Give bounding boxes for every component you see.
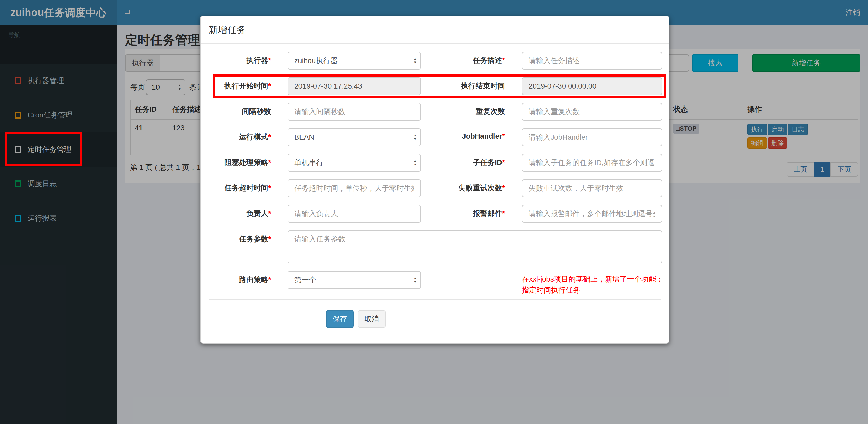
timeout-label: 任务超时时间*: [209, 180, 271, 193]
run-mode-label: 运行模式*: [209, 128, 271, 142]
block-strategy-label: 阻塞处理策略*: [209, 154, 271, 167]
alarm-email-label: 报警邮件*: [392, 205, 505, 219]
alarm-email-input[interactable]: [522, 205, 662, 223]
modal-header: 新增任务: [201, 16, 669, 44]
route-strategy-select[interactable]: 第一个▲▼: [287, 271, 421, 289]
job-handler-input[interactable]: [522, 128, 662, 146]
save-button[interactable]: 保存: [326, 310, 354, 328]
job-handler-label: JobHandler*: [392, 128, 505, 140]
interval-label: 间隔秒数: [209, 103, 271, 117]
job-desc-input[interactable]: [522, 52, 662, 69]
cancel-button[interactable]: 取消: [358, 310, 385, 328]
modal-title: 新增任务: [209, 24, 661, 36]
repeat-input[interactable]: [522, 103, 662, 121]
modal-footer: 保存 取消: [209, 300, 661, 343]
job-desc-label: 任务描述*: [392, 52, 505, 65]
child-job-input[interactable]: [522, 154, 662, 172]
child-job-label: 子任务ID*: [392, 154, 505, 167]
owner-label: 负责人*: [209, 205, 271, 219]
annotation-rect-sidebar: [5, 132, 82, 166]
job-param-textarea[interactable]: [287, 230, 662, 263]
annotation-rect-start-time: [213, 74, 666, 98]
fail-retry-input[interactable]: [522, 180, 662, 197]
add-task-modal: 新增任务 执行器* zuihou执行器▲▼ 任务描述* 执行开始时间* 执行结束…: [200, 15, 670, 344]
job-param-label: 任务参数*: [209, 230, 271, 244]
route-strategy-label: 路由策略*: [209, 271, 271, 285]
fail-retry-label: 失败重试次数*: [392, 180, 505, 193]
executor-label: 执行器*: [209, 52, 271, 65]
feature-note: 在xxl-jobs项目的基础上，新增了一个功能：指定时间执行任务: [522, 274, 668, 296]
repeat-label: 重复次数: [392, 103, 505, 117]
select-caret-icon: ▲▼: [413, 276, 418, 284]
